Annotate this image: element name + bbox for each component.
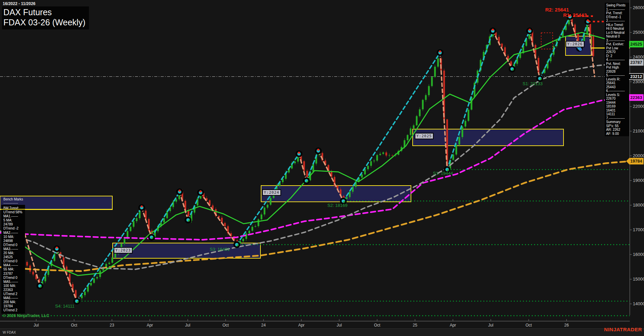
- bench-panel-line: 22363: [3, 288, 25, 292]
- swing-panel-line: D: 2: [606, 54, 629, 58]
- bench-panel-line: 10 MA:: [3, 235, 25, 239]
- pivot-marker-low: [537, 75, 543, 81]
- pivot-marker-low: [148, 234, 155, 240]
- price-tick-label: 16000: [633, 252, 644, 257]
- swing-panel-line: AF: 9.00: [606, 132, 629, 136]
- pivot-marker-low: [185, 217, 191, 223]
- time-tick-label: Oct: [223, 323, 229, 328]
- pivot-marker-low: [234, 242, 240, 248]
- swing-panel-line: Pvt. Next:: [606, 62, 629, 66]
- instrument-tab-label[interactable]: W FDAX: [3, 331, 16, 334]
- pivot-marker-high: [315, 148, 321, 154]
- year-box-chip[interactable]: Y:2026: [566, 41, 584, 47]
- swing-panel-line: Pvt High: [606, 66, 629, 70]
- swing-panel-line: SP's: 55: [606, 124, 629, 128]
- ma200-line: [0, 161, 630, 271]
- price-tick-label: 26000: [633, 5, 644, 10]
- bench-panel-line: MA2.------: [3, 231, 25, 235]
- ninjatrader-logo: NINJATRADER: [604, 327, 642, 332]
- swing-panel-line: 4.--------------: [606, 58, 629, 62]
- swing-panel-line: HiLo Trend:: [606, 23, 629, 27]
- swing-panel-line: Levels R:: [606, 77, 629, 81]
- swing-panel-line: 2.--------------: [606, 19, 629, 23]
- swing-panel-line: Pvt Low: [606, 46, 629, 50]
- year-box-border-line: [0, 209, 112, 210]
- pivot-marker-low: [509, 66, 515, 72]
- bench-panel-line: DTrend 0: [3, 243, 25, 247]
- bench-panel-line: 19784: [3, 304, 25, 308]
- swing-panel-line: Hi:0 Neutral: [606, 27, 629, 31]
- year-box-chip[interactable]: Y:2024: [262, 189, 281, 196]
- time-tick-label: Jul: [337, 323, 342, 328]
- price-tick-label: 15000: [633, 277, 644, 282]
- swing-panel-line: 23928: [606, 70, 629, 74]
- chart-canvas[interactable]: 2600025000240002300022000210002000019000…: [0, 0, 644, 336]
- date-range-label: 16/2022 - 11/2026: [3, 1, 36, 6]
- price-tick-label: 21000: [633, 128, 644, 134]
- support-pivot-label: S4: 14111: [55, 304, 74, 309]
- swing-panel-line: Levels S:: [606, 93, 629, 97]
- bench-panel-line: DTrend 0: [3, 259, 25, 263]
- resistance-pivot-label: R1: 25443: [563, 12, 587, 18]
- swing-panel-line: 22670: [606, 97, 629, 101]
- pivot-marker-low: [37, 283, 43, 289]
- pivot-marker-high: [296, 151, 302, 157]
- time-tick-label: 25: [413, 323, 417, 328]
- swing-panel-line: 6.--------------: [606, 89, 629, 93]
- swing-panel-line: Pvt. Trend:: [606, 11, 629, 15]
- ma100-line: [0, 98, 630, 240]
- instrument-tab-bar[interactable]: W FDAX: [0, 329, 644, 336]
- bench-panel-line: DTrend -2: [3, 226, 25, 231]
- price-tick-label: 23000: [633, 79, 644, 84]
- time-tick-label: Jul: [488, 323, 493, 328]
- contract-subtitle: FDAX 03-26 (Weekly): [3, 17, 86, 27]
- price-tick-label: 17000: [633, 227, 644, 232]
- swing-panel-line: 25641: [606, 81, 629, 85]
- pivot-marker-high: [198, 190, 204, 196]
- price-tick-label: 19000: [633, 178, 644, 183]
- bench-marks-title: Bench Marks: [3, 197, 23, 201]
- time-tick-label: 24: [261, 323, 266, 328]
- pivot-marker-high: [54, 246, 60, 252]
- candles-layer: [20, 15, 594, 300]
- bench-panel-line: UTrend 2: [3, 308, 25, 312]
- swing-panel-line: 1.--------------: [606, 7, 629, 11]
- time-tick-label: Oct: [71, 323, 77, 328]
- swing-pivots-panel: Swing Pivots1.--------------Pvt. Trend:D…: [605, 3, 629, 136]
- bench-panel-line: 24898: [3, 239, 25, 243]
- swing-panel-line: Neutral 0: [606, 34, 629, 39]
- price-tick-label: 14000: [633, 301, 644, 306]
- price-badge-value: 22363: [630, 95, 642, 100]
- page-title: DAX Futures: [3, 7, 86, 17]
- time-tick-label: Jul: [33, 323, 39, 328]
- swing-panel-line: DTrend -1: [606, 15, 629, 19]
- swing-panel-line: 19444: [606, 101, 629, 105]
- resistance-pivot-label: R2: 25641: [545, 7, 569, 13]
- bench-panel-line: 100 MA:: [3, 284, 25, 288]
- bench-panel-line: MA5.------: [3, 280, 25, 284]
- price-badge-value: 24525: [630, 42, 642, 47]
- swing-panel-line: 16401: [606, 109, 629, 113]
- price-tick-label: 20000: [633, 153, 644, 158]
- time-tick-label: Apr: [147, 323, 153, 328]
- chart-header: DAX Futures FDAX 03-26 (Weekly): [2, 6, 89, 29]
- swing-panel-line: 22670: [606, 50, 629, 54]
- year-box-chip[interactable]: Y:2025: [415, 133, 434, 139]
- bench-panel-line: MA3.------: [3, 247, 25, 251]
- swing-panel-line: 3.--------------: [606, 39, 629, 43]
- swing-panel-line: 14111: [606, 112, 629, 116]
- time-axis[interactable]: JulOct23AprJulOct24AprJulOct25AprJulOct2…: [0, 319, 630, 328]
- support-pivot-label: S2: 18169: [327, 203, 347, 208]
- time-tick-label: Oct: [526, 323, 532, 328]
- support-pivot-label: S1: 23133: [523, 81, 543, 86]
- bench-panel-line: 200 MA:: [3, 300, 25, 304]
- year-boxes-layer: [0, 36, 591, 258]
- swing-panel-line: Lo:0 Neutral: [606, 31, 629, 35]
- swing-panel-line: Swing Pivots: [606, 3, 629, 7]
- pivot-marker-high: [490, 28, 496, 34]
- swing-panel-line: Pvt. Evolve:: [606, 42, 629, 46]
- year-box-chip[interactable]: Y:2023: [114, 247, 133, 254]
- bench-panel-line: UTrend 2: [3, 292, 25, 296]
- time-tick-label: 23: [110, 323, 114, 328]
- bench-panel-line: 20 MA:: [3, 251, 25, 255]
